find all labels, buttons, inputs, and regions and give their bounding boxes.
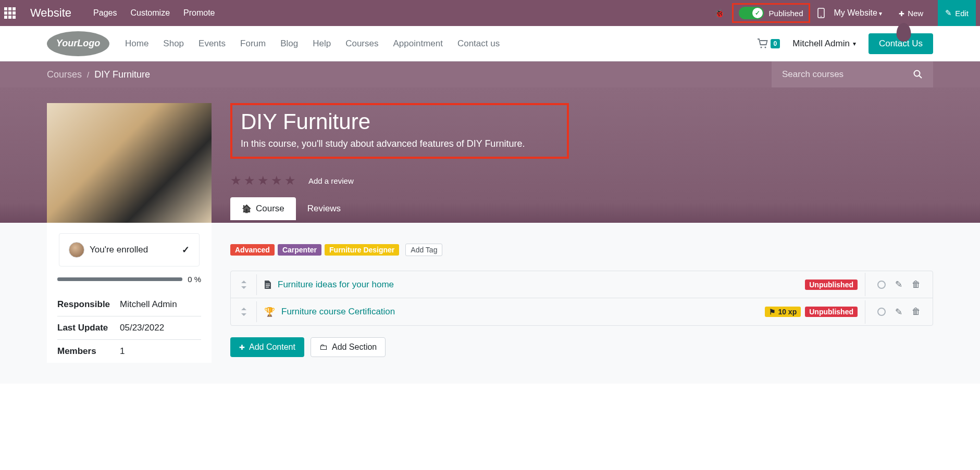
star-icon[interactable]: ★: [271, 173, 282, 188]
content-actions: ✎ 🗑: [865, 300, 933, 324]
svg-point-3: [764, 46, 766, 48]
my-website-dropdown[interactable]: My Website: [832, 8, 885, 18]
bug-icon[interactable]: 🐞: [714, 8, 725, 18]
hero-body: DIY Furniture In this course, you'll stu…: [230, 103, 933, 223]
breadcrumb-strip: Courses / DIY Furniture: [0, 61, 980, 87]
search-input[interactable]: [782, 69, 913, 80]
tab-reviews[interactable]: Reviews: [296, 197, 352, 220]
add-content-button[interactable]: Add Content: [230, 337, 304, 357]
plus-icon: [899, 9, 904, 18]
edit-item-icon[interactable]: ✎: [895, 307, 902, 317]
new-label: New: [908, 9, 923, 18]
tab-course-label: Course: [256, 204, 284, 214]
file-icon: [264, 280, 271, 289]
course-meta: Responsible Mitchell Admin Last Update 0…: [47, 293, 212, 363]
breadcrumb-current: DIY Furniture: [94, 69, 150, 80]
unpublished-badge: Unpublished: [805, 280, 858, 290]
nav-blog[interactable]: Blog: [280, 39, 298, 49]
nav-contact-us[interactable]: Contact us: [457, 39, 500, 49]
tags-row: Advanced Carpenter Furniture Designer Ad…: [230, 244, 933, 256]
nav-shop[interactable]: Shop: [163, 39, 184, 49]
tab-reviews-label: Reviews: [307, 204, 341, 214]
toggle-knob: ✓: [752, 8, 763, 18]
topbar-link-customize[interactable]: Customize: [128, 8, 172, 18]
content-bottom-actions: Add Content Add Section: [230, 337, 933, 357]
add-section-button[interactable]: Add Section: [311, 337, 386, 357]
drag-handle[interactable]: [231, 301, 257, 322]
pencil-icon: [945, 8, 952, 18]
tag-advanced[interactable]: Advanced: [230, 244, 275, 256]
breadcrumb-parent[interactable]: Courses: [47, 69, 82, 80]
meta-label: Responsible: [57, 299, 120, 310]
add-review-link[interactable]: Add a review: [308, 176, 354, 185]
topbar-link-promote[interactable]: Promote: [181, 8, 217, 18]
nav-appointment[interactable]: Appointment: [393, 39, 442, 49]
xp-badge: ⚑ 10 xp: [765, 307, 801, 317]
topbar-title[interactable]: Website: [30, 6, 71, 20]
enrollment-status: You're enrolled ✓: [59, 233, 200, 266]
user-menu[interactable]: Mitchell Admin: [792, 39, 856, 49]
contact-us-button[interactable]: Contact Us: [869, 33, 933, 54]
delete-item-icon[interactable]: 🗑: [912, 280, 921, 290]
rating-stars: ★ ★ ★ ★ ★ Add a review: [230, 173, 933, 188]
add-section-label: Add Section: [332, 342, 377, 352]
published-toggle[interactable]: ✓: [739, 7, 764, 19]
cart-count-badge: 0: [771, 39, 780, 48]
status-circle-icon[interactable]: [877, 308, 886, 316]
content-row: 🏆 Furniture course Certification ⚑ 10 xp…: [231, 298, 933, 325]
nav-home[interactable]: Home: [125, 39, 148, 49]
nav-courses[interactable]: Courses: [345, 39, 378, 49]
add-tag-button[interactable]: Add Tag: [405, 244, 442, 256]
course-content: Advanced Carpenter Furniture Designer Ad…: [230, 223, 933, 363]
nav-forum[interactable]: Forum: [240, 39, 266, 49]
tab-course[interactable]: Course: [230, 197, 296, 220]
content-item-link[interactable]: Furniture ideas for your home: [278, 280, 394, 290]
nav-right: 0 Mitchell Admin Contact Us: [757, 33, 933, 54]
tag-carpenter[interactable]: Carpenter: [278, 244, 321, 256]
svg-line-5: [920, 76, 922, 79]
edit-button[interactable]: Edit: [938, 0, 976, 26]
search-icon[interactable]: [913, 70, 923, 79]
breadcrumb-separator: /: [87, 70, 89, 79]
apps-icon[interactable]: [4, 7, 16, 19]
nav-events[interactable]: Events: [199, 39, 226, 49]
meta-value: 1: [120, 346, 201, 357]
edit-item-icon[interactable]: ✎: [895, 279, 902, 290]
drag-handle[interactable]: [231, 274, 257, 295]
star-icon[interactable]: ★: [257, 173, 269, 188]
mobile-preview-icon[interactable]: [817, 8, 825, 18]
home-icon: [242, 204, 252, 214]
topbar-left: Website Pages Customize Promote: [4, 6, 217, 20]
tag-furniture-designer[interactable]: Furniture Designer: [325, 244, 399, 256]
star-icon[interactable]: ★: [284, 173, 296, 188]
check-icon: ✓: [182, 244, 190, 256]
folder-icon: [319, 342, 328, 352]
svg-rect-7: [266, 285, 270, 286]
course-cover-image: [47, 103, 212, 223]
site-logo[interactable]: YourLogo: [47, 31, 109, 56]
xp-value: 10 xp: [778, 308, 797, 316]
plus-icon: [239, 342, 245, 352]
svg-point-1: [821, 16, 822, 17]
meta-row: Members 1: [57, 340, 201, 363]
delete-item-icon[interactable]: 🗑: [912, 307, 921, 317]
progress-wrap: 0 %: [47, 275, 212, 293]
star-icon[interactable]: ★: [230, 173, 242, 188]
course-hero: DIY Furniture In this course, you'll stu…: [0, 87, 980, 223]
course-subtitle: In this course, you'll study about advan…: [241, 138, 559, 149]
course-title: DIY Furniture: [241, 109, 559, 134]
main-navigation: YourLogo Home Shop Events Forum Blog Hel…: [0, 26, 980, 61]
status-circle-icon[interactable]: [877, 281, 886, 289]
edit-label: Edit: [955, 9, 969, 18]
published-toggle-group: ✓ Published: [732, 3, 810, 23]
star-icon[interactable]: ★: [244, 173, 255, 188]
content-item-link[interactable]: Furniture course Certification: [281, 307, 395, 317]
new-button[interactable]: New: [891, 0, 931, 26]
website-topbar: Website Pages Customize Promote 🐞 ✓ Publ…: [0, 0, 980, 26]
content-row: Furniture ideas for your home Unpublishe…: [231, 271, 933, 298]
topbar-link-pages[interactable]: Pages: [91, 8, 119, 18]
cart-button[interactable]: 0: [757, 39, 780, 49]
nav-help[interactable]: Help: [313, 39, 331, 49]
trophy-icon: 🏆: [264, 307, 275, 317]
course-search: [772, 61, 933, 87]
